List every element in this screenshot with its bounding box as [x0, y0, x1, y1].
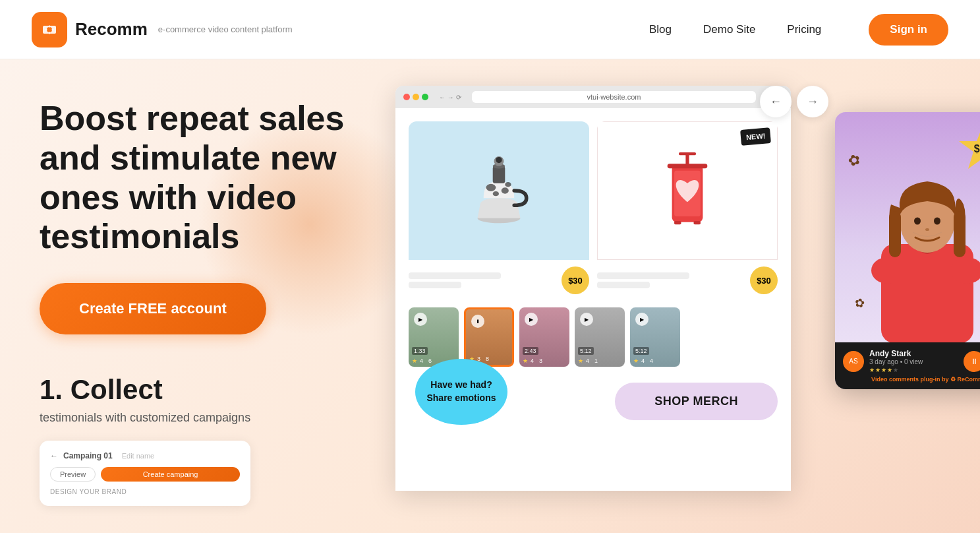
campaign-actions: Preview Create campaing	[50, 467, 240, 482]
section-title: 1. Collect	[40, 374, 351, 406]
product-card-2: NEW!	[597, 121, 778, 297]
duration-4: 5:12	[578, 347, 594, 355]
design-brand-label: DESIGN YOUR BRAND	[50, 488, 240, 495]
svg-point-1	[47, 27, 52, 32]
new-badge: NEW!	[740, 127, 771, 146]
product-info-2: $30	[597, 264, 778, 297]
video-thumb-5[interactable]: ▶ 5:12 ★4 4	[630, 307, 680, 367]
campaign-preview-card: ← Campaing 01 Edit name Preview Create c…	[40, 441, 250, 506]
video-thumb-3[interactable]: ▶ 2:43 ★4 3	[519, 307, 569, 367]
svg-point-6	[505, 182, 511, 187]
nav-blog[interactable]: Blog	[649, 23, 672, 36]
dot-yellow	[413, 94, 419, 100]
price-badge-1: $30	[562, 266, 589, 294]
hero-section: Boost repeat sales and stimulate new one…	[0, 59, 980, 533]
browser-content: $30 NEW!	[395, 108, 791, 491]
stats-3: ★4 3	[523, 358, 542, 364]
create-campaign-button[interactable]: Create campaing	[101, 467, 240, 482]
play-icon-1: ▶	[414, 313, 427, 326]
product-image-1	[409, 121, 589, 260]
duration-3: 2:43	[523, 347, 538, 355]
stats-5: ★4 4	[633, 358, 653, 364]
duration-5: 5:12	[633, 347, 649, 355]
nav-links: Blog Demo Site Pricing Sign in	[649, 14, 948, 46]
hero-right: ← → ⟳ vtui-website.com ⋯ ☆ ⬇	[382, 59, 980, 533]
svg-point-10	[496, 157, 502, 163]
product-card-1: $30	[409, 121, 589, 297]
svg-point-5	[493, 191, 499, 196]
play-icon-3: ▶	[525, 313, 538, 326]
pause-icon-2: ⏸	[471, 315, 484, 328]
shop-merch-button[interactable]: SHOP MERCH	[615, 383, 778, 420]
browser-dots	[403, 94, 428, 100]
next-arrow-button[interactable]: →	[797, 86, 828, 117]
product-name-placeholder-2	[597, 272, 750, 288]
stats-1: ★4 6	[412, 358, 432, 364]
nav-pricing[interactable]: Pricing	[787, 23, 821, 36]
campaign-edit: Edit name	[122, 452, 155, 460]
prev-arrow-button[interactable]: ←	[760, 86, 792, 117]
burst-badge: Have we had? Share emotions	[415, 359, 507, 425]
burst-container: Have we had? Share emotions SHOP MERCH	[409, 372, 778, 425]
svg-rect-15	[679, 152, 696, 155]
hero-headline: Boost repeat sales and stimulate new one…	[40, 99, 351, 257]
logo-icon	[32, 12, 67, 47]
carousel-nav: ← →	[760, 86, 828, 117]
video-thumbnails-row: ▶ 1:33 ★4 6 ⏸ ★3 8	[409, 307, 778, 367]
price-badge-2: $30	[750, 266, 778, 294]
signin-button[interactable]: Sign in	[869, 14, 948, 46]
duration-1: 1:33	[412, 347, 428, 355]
product-grid: $30 NEW!	[409, 121, 778, 297]
video-thumb-1[interactable]: ▶ 1:33 ★4 6	[409, 307, 459, 367]
browser-controls-left: ← → ⟳	[434, 94, 467, 101]
product-info-1: $30	[409, 264, 589, 297]
product-image-2: NEW!	[597, 121, 778, 260]
french-press-svg	[658, 148, 717, 234]
video-thumb-2[interactable]: ⏸ ★3 8	[464, 307, 514, 367]
video-thumb-4[interactable]: ▶ 5:12 ★4 1	[575, 307, 625, 367]
browser-url: vtui-website.com	[472, 91, 757, 103]
browser-window: ← → ⟳ vtui-website.com ⋯ ☆ ⬇	[395, 86, 791, 491]
nav-demo-site[interactable]: Demo Site	[703, 23, 755, 36]
navbar: Recomm e-commerce video content platform…	[0, 0, 980, 59]
svg-rect-17	[694, 221, 701, 224]
campaign-name: Campaing 01	[63, 451, 113, 460]
logo-area: Recomm e-commerce video content platform	[32, 12, 293, 47]
dot-red	[403, 94, 410, 100]
product-name-placeholder-1	[409, 272, 562, 288]
cta-button[interactable]: Create FREE account	[40, 283, 266, 334]
browser-bar: ← → ⟳ vtui-website.com ⋯ ☆ ⬇	[395, 86, 791, 108]
campaign-back-arrow: ←	[50, 451, 58, 460]
section-collect: 1. Collect testimonials with customized …	[40, 374, 351, 425]
svg-rect-16	[674, 221, 681, 224]
hero-left: Boost repeat sales and stimulate new one…	[0, 59, 382, 533]
logo-name: Recomm	[75, 19, 148, 40]
svg-rect-7	[493, 166, 505, 183]
stats-4: ★4 1	[578, 358, 598, 364]
logo-tagline: e-commerce video content platform	[158, 24, 293, 34]
dot-green	[422, 94, 428, 100]
play-icon-4: ▶	[580, 313, 593, 326]
moka-pot-svg	[463, 148, 535, 234]
svg-point-3	[486, 184, 496, 191]
campaign-top-bar: ← Campaing 01 Edit name	[50, 451, 240, 460]
section-subtitle: testimonials with customized campaigns	[40, 411, 351, 425]
preview-button[interactable]: Preview	[50, 467, 96, 482]
burst-text: Have we had? Share emotions	[422, 379, 501, 404]
svg-rect-14	[685, 154, 689, 168]
svg-point-4	[502, 187, 509, 193]
play-icon-5: ▶	[635, 313, 649, 326]
